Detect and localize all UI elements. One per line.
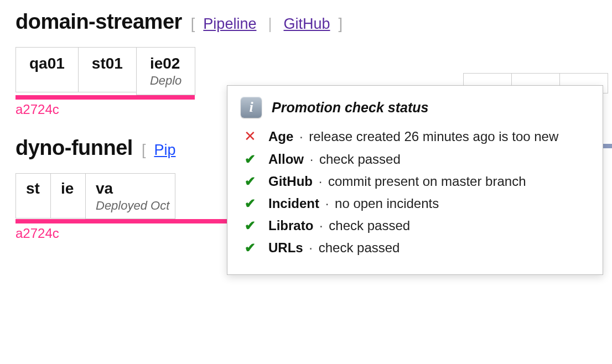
promotion-check-tooltip: i Promotion check status ✕ Age · release… <box>227 85 603 275</box>
check-message: commit present on master branch <box>328 174 526 189</box>
bracket-open: [ <box>142 142 146 158</box>
env-strip: qa01 st01 ie02 Deplo <box>15 34 195 100</box>
env-name: st <box>26 180 40 197</box>
check-row-github: ✔ GitHub · commit present on master bran… <box>241 174 587 189</box>
pass-icon: ✔ <box>243 174 257 189</box>
separator-dot: · <box>319 174 323 189</box>
separator-dot: · <box>319 218 323 233</box>
pipeline-link[interactable]: Pip <box>154 142 175 158</box>
app-header: domain-streamer [ Pipeline | GitHub ] <box>15 10 597 34</box>
pass-icon: ✔ <box>243 240 257 256</box>
app-title: domain-streamer <box>15 10 182 34</box>
separator-dot: · <box>325 196 329 211</box>
release-marker-bar <box>15 95 195 100</box>
app-links: [ Pip <box>142 142 176 159</box>
env-cell-st[interactable]: st <box>15 173 51 219</box>
separator-dot: · <box>299 129 303 144</box>
bracket-open: [ <box>191 15 195 32</box>
info-icon: i <box>241 97 262 118</box>
check-row-allow: ✔ Allow · check passed <box>241 152 587 167</box>
tooltip-title: Promotion check status <box>272 100 428 116</box>
check-message: check passed <box>329 218 410 233</box>
check-row-age: ✕ Age · release created 26 minutes ago i… <box>241 128 587 145</box>
env-cell-ie[interactable]: ie <box>50 173 86 219</box>
bracket-close: ] <box>339 15 343 32</box>
app-links: [ Pipeline | GitHub ] <box>191 15 343 33</box>
env-name: ie <box>61 180 75 197</box>
check-row-librato: ✔ Librato · check passed <box>241 218 587 233</box>
check-message: no open incidents <box>335 196 439 211</box>
check-label: URLs <box>268 240 303 255</box>
pipeline-link[interactable]: Pipeline <box>203 15 256 32</box>
github-link[interactable]: GitHub <box>283 15 330 32</box>
check-label: Age <box>268 129 293 144</box>
env-name: ie02 <box>150 55 181 72</box>
check-label: GitHub <box>268 174 313 189</box>
env-cell-va[interactable]: va Deployed Oct <box>85 173 175 219</box>
offscreen-pink-bar-fragment <box>602 144 612 148</box>
separator-dot: · <box>309 240 313 255</box>
env-row: qa01 st01 ie02 Deplo <box>15 47 195 95</box>
env-deployed-label: Deplo <box>150 74 181 88</box>
check-row-urls: ✔ URLs · check passed <box>241 240 587 256</box>
env-cell-st01[interactable]: st01 <box>78 47 137 92</box>
pass-icon: ✔ <box>243 196 257 211</box>
env-deployed-label: Deployed Oct <box>96 199 169 213</box>
tooltip-header: i Promotion check status <box>241 97 587 118</box>
check-label: Librato <box>268 218 313 233</box>
separator-dot: · <box>310 152 314 167</box>
check-label: Incident <box>268 196 319 211</box>
check-row-incident: ✔ Incident · no open incidents <box>241 196 587 211</box>
pass-icon: ✔ <box>243 152 257 167</box>
check-message: release created 26 minutes ago is too ne… <box>309 129 558 144</box>
env-name: st01 <box>92 55 123 72</box>
env-name: qa01 <box>29 55 65 72</box>
link-separator: | <box>268 15 272 32</box>
pass-icon: ✔ <box>243 218 257 233</box>
env-cell-qa01[interactable]: qa01 <box>15 47 79 92</box>
check-message: check passed <box>319 152 401 167</box>
env-name: va <box>96 180 169 197</box>
check-label: Allow <box>268 152 304 167</box>
env-cell-ie02[interactable]: ie02 Deplo <box>136 47 195 95</box>
check-message: check passed <box>319 240 400 255</box>
fail-icon: ✕ <box>243 128 257 145</box>
app-title: dyno-funnel <box>15 136 133 160</box>
